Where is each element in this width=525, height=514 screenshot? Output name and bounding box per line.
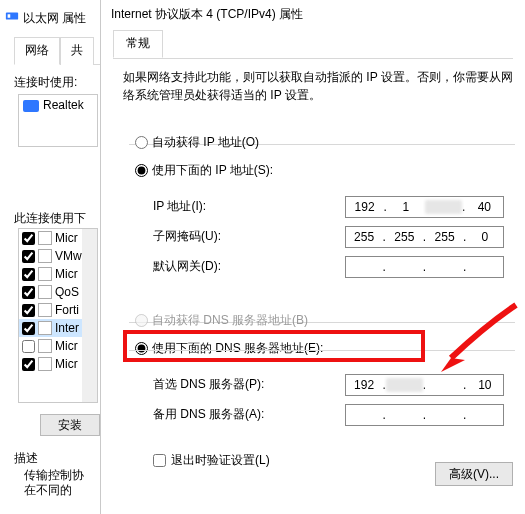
label-connect-using: 连接时使用: [14, 74, 77, 91]
label-mask: 子网掩码(U): [153, 228, 303, 245]
description-text: 传输控制协 在不同的 [24, 468, 99, 498]
protocol-icon [38, 321, 52, 335]
radio-use-ip-input[interactable] [135, 164, 148, 177]
protocol-icon [38, 339, 52, 353]
validate-checkbox[interactable] [153, 454, 166, 467]
item-checkbox[interactable] [22, 304, 35, 317]
item-checkbox[interactable] [22, 268, 35, 281]
label-gateway: 默认网关(D): [153, 258, 303, 275]
preferred-dns-input[interactable]: 192. . . 10 [345, 374, 504, 396]
subnet-mask-input[interactable]: 255. 255. 255. 0 [345, 226, 504, 248]
nic-icon [23, 100, 39, 112]
dialog-tabs: 常规 [113, 30, 513, 59]
ethernet-window-title: 以太网 属性 [23, 10, 86, 27]
label-dns2: 备用 DNS 服务器(A): [153, 406, 303, 423]
label-ip: IP 地址(I): [153, 198, 303, 215]
install-button[interactable]: 安装 [40, 414, 100, 436]
annotation-arrow-icon [431, 300, 521, 380]
adapter-name: Realtek [43, 98, 84, 112]
advanced-button[interactable]: 高级(V)... [435, 462, 513, 486]
row-dns1: 首选 DNS 服务器(P): [153, 376, 303, 393]
item-checkbox[interactable] [22, 358, 35, 371]
item-checkbox[interactable] [22, 286, 35, 299]
scrollbar[interactable] [82, 229, 97, 402]
tab-network[interactable]: 网络 [14, 37, 60, 65]
item-checkbox[interactable] [22, 232, 35, 245]
protocol-icon [38, 303, 52, 317]
ipv4-properties-dialog: Internet 协议版本 4 (TCP/IPv4) 属性 常规 如果网络支持此… [100, 0, 523, 514]
tab-general[interactable]: 常规 [113, 30, 163, 58]
protocol-list[interactable]: Micr VMw Micr QoS Forti Inter Micr Micr [18, 228, 98, 403]
ethernet-icon [5, 9, 19, 23]
row-dns2: 备用 DNS 服务器(A): [153, 406, 303, 423]
row-gateway: 默认网关(D): [153, 258, 303, 275]
item-checkbox[interactable] [22, 340, 35, 353]
item-checkbox[interactable] [22, 322, 35, 335]
radio-auto-dns: 自动获得 DNS 服务器地址(B) [135, 312, 308, 329]
protocol-icon [38, 285, 52, 299]
redacted [425, 200, 462, 214]
intro-text: 如果网络支持此功能，则可以获取自动指派的 IP 设置。否则，你需要从网络系统管理… [123, 68, 513, 104]
adapter-box[interactable]: Realtek [18, 94, 98, 147]
ethernet-tabs: 网络 共 [14, 36, 104, 65]
validate-on-exit[interactable]: 退出时验证设置(L) [153, 452, 270, 469]
protocol-icon [38, 357, 52, 371]
row-mask: 子网掩码(U): [153, 228, 303, 245]
tab-sharing[interactable]: 共 [60, 37, 94, 65]
row-ip: IP 地址(I): [153, 198, 303, 215]
radio-auto-ip-input[interactable] [135, 136, 148, 149]
svg-rect-1 [8, 14, 11, 18]
radio-auto-ip[interactable]: 自动获得 IP 地址(O) [135, 134, 259, 151]
dialog-title: Internet 协议版本 4 (TCP/IPv4) 属性 [111, 6, 303, 23]
protocol-icon [38, 267, 52, 281]
label-dns1: 首选 DNS 服务器(P): [153, 376, 303, 393]
alternate-dns-input[interactable]: ... [345, 404, 504, 426]
radio-use-dns[interactable]: 使用下面的 DNS 服务器地址(E): [135, 340, 323, 357]
item-checkbox[interactable] [22, 250, 35, 263]
ip-address-input[interactable]: 192. 1 . 40 [345, 196, 504, 218]
radio-use-ip[interactable]: 使用下面的 IP 地址(S): [135, 162, 273, 179]
label-description: 描述 [14, 450, 38, 467]
redacted [386, 378, 422, 392]
groupbox-line [129, 350, 515, 351]
gateway-input[interactable]: ... [345, 256, 504, 278]
radio-auto-dns-input [135, 314, 148, 327]
label-items-used: 此连接使用下 [14, 210, 86, 227]
protocol-icon [38, 231, 52, 245]
radio-use-dns-input[interactable] [135, 342, 148, 355]
protocol-icon [38, 249, 52, 263]
